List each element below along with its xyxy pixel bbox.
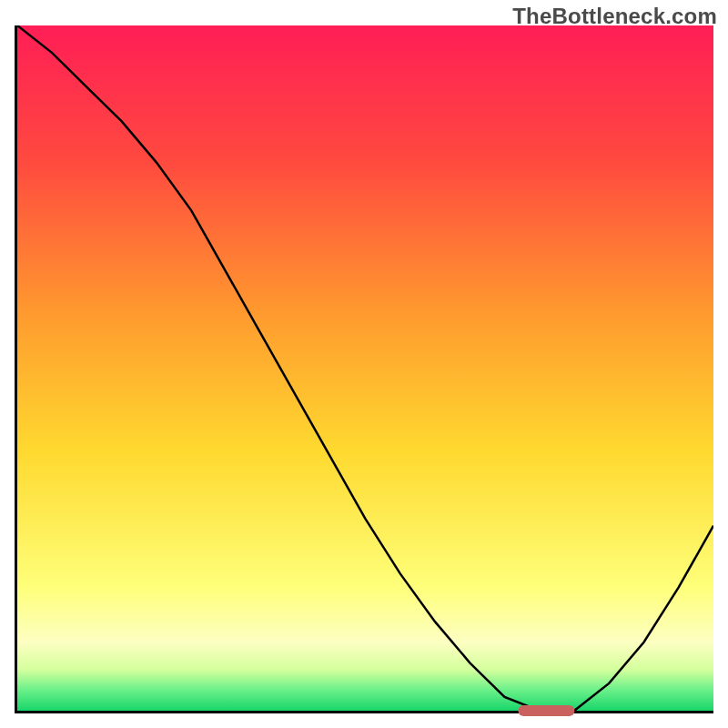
bottleneck-chart: TheBottleneck.com (0, 0, 728, 728)
bottleneck-curve-path (17, 25, 713, 711)
plot-area (15, 25, 713, 713)
curve-layer (17, 25, 713, 711)
optimal-range-marker (519, 705, 574, 716)
